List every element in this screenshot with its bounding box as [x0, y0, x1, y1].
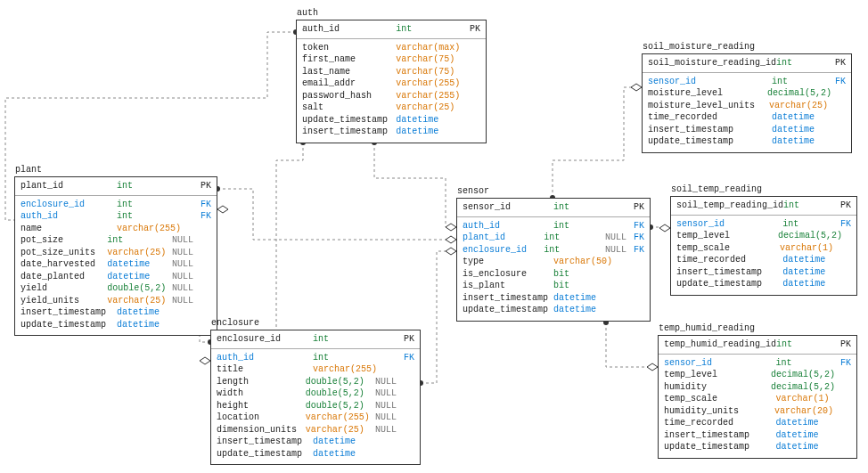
column-type: int	[776, 338, 833, 351]
column-type: datetime	[117, 319, 183, 331]
table-row: lengthdouble(5,2)NULL	[217, 376, 414, 388]
table-sensor: sensorsensor_idintPKauth_idintFKplant_id…	[456, 198, 651, 322]
column-name: soil_moisture_reading_id	[648, 57, 776, 69]
column-name: enclosure_id	[20, 199, 117, 211]
table-row: insert_timestampdatetime	[676, 266, 851, 279]
table-temp_humid_reading: temp_humid_readingtemp_humid_reading_idi…	[658, 335, 857, 459]
svg-marker-15	[659, 224, 670, 232]
column-nullable: NULL	[167, 295, 193, 307]
column-type: varchar(25)	[396, 102, 463, 114]
table-row: is_plantbit	[463, 280, 644, 292]
table-row: insert_timestampdatetime	[463, 292, 644, 305]
table-row: password_hashvarchar(255)	[302, 90, 480, 102]
column-name: temp_level	[664, 369, 771, 381]
column-name: salt	[302, 102, 396, 114]
table-row: update_timestampdatetime	[676, 278, 851, 290]
column-type: datetime	[396, 114, 463, 126]
column-name: enclosure_id	[463, 244, 544, 257]
column-name: insert_timestamp	[648, 124, 772, 136]
column-type: double(5,2)	[306, 376, 370, 388]
column-nullable: NULL	[370, 424, 397, 436]
column-type: int	[775, 357, 833, 370]
column-name: token	[302, 42, 396, 54]
table-row: temp_scalevarchar(1)	[664, 393, 851, 405]
table-row: insert_timestampdatetime	[664, 429, 851, 442]
table-row: date_planteddatetimeNULL	[20, 271, 211, 283]
column-name: plant_id	[20, 180, 117, 192]
table-row: plant_idintNULLFK	[463, 232, 644, 244]
table-title: enclosure	[211, 318, 259, 328]
column-name: date_planted	[20, 271, 107, 283]
column-type: int	[544, 232, 600, 244]
table-row: saltvarchar(25)	[302, 102, 480, 114]
table-body: sensor_idintFKtemp_leveldecimal(5,2)temp…	[671, 216, 856, 295]
column-type: decimal(5,2)	[778, 230, 833, 242]
column-type: int	[313, 352, 382, 364]
column-type: double(5,2)	[107, 282, 167, 295]
table-body: tokenvarchar(max)first_namevarchar(75)la…	[297, 39, 486, 143]
column-name: humidity	[664, 381, 771, 394]
column-name: update_timestamp	[20, 319, 117, 331]
pk-row: auth_idintPK	[297, 20, 486, 39]
column-type: decimal(5,2)	[767, 87, 828, 100]
column-type: datetime	[553, 304, 616, 316]
column-type: int	[782, 218, 833, 231]
column-name: email_addr	[302, 77, 396, 90]
table-title: sensor	[457, 186, 489, 196]
column-type: decimal(5,2)	[771, 381, 833, 394]
table-auth: authauth_idintPKtokenvarchar(max)first_n…	[296, 20, 487, 143]
column-type: int	[117, 210, 183, 223]
column-key: FK	[626, 244, 644, 257]
pk-row: sensor_idintPK	[457, 199, 650, 217]
column-name: yield_units	[20, 295, 107, 307]
column-name: moisture_level_units	[648, 100, 769, 112]
table-row: temp_scalevarchar(1)	[676, 242, 851, 255]
column-name: moisture_level	[648, 87, 767, 100]
column-type: int	[117, 180, 183, 192]
column-type: varchar(255)	[396, 90, 463, 102]
table-title: soil_temp_reading	[671, 184, 762, 194]
column-type: varchar(255)	[396, 77, 463, 90]
column-name: insert_timestamp	[664, 429, 775, 442]
table-row: update_timestampdatetime	[302, 114, 480, 126]
column-name: pot_size	[20, 234, 107, 247]
column-type: varchar(25)	[769, 100, 828, 112]
table-row: enclosure_idintFK	[20, 199, 211, 211]
column-type: int	[313, 333, 382, 346]
column-type: datetime	[775, 417, 833, 429]
column-key: FK	[183, 210, 211, 223]
column-name: update_timestamp	[648, 135, 772, 148]
column-name: update_timestamp	[664, 441, 775, 453]
column-nullable: NULL	[600, 244, 626, 257]
column-type: varchar(255)	[306, 412, 370, 424]
column-name: temp_humid_reading_id	[664, 338, 776, 351]
table-row: typevarchar(50)	[463, 256, 644, 268]
table-row: time_recordeddatetime	[648, 111, 846, 124]
table-soil_temp_reading: soil_temp_readingsoil_temp_reading_idint…	[670, 196, 857, 296]
column-name: humidity_units	[664, 405, 774, 418]
column-type: datetime	[782, 266, 833, 279]
table-row: time_recordeddatetime	[676, 254, 851, 266]
table-row: titlevarchar(255)	[217, 363, 414, 376]
column-key: PK	[833, 200, 851, 212]
column-name: time_recorded	[676, 254, 782, 266]
svg-marker-3	[200, 357, 210, 364]
column-key: FK	[833, 357, 851, 370]
pk-row: plant_idintPK	[15, 177, 217, 196]
column-name: temp_scale	[664, 393, 775, 405]
column-key: PK	[183, 180, 211, 192]
table-row: update_timestampdatetime	[664, 441, 851, 453]
column-name: update_timestamp	[302, 114, 396, 126]
column-name: length	[217, 376, 306, 388]
table-row: update_timestampdatetime	[648, 135, 846, 148]
table-title: temp_humid_reading	[659, 323, 755, 333]
column-name: update_timestamp	[217, 448, 313, 461]
column-name: last_name	[302, 66, 396, 78]
column-type: varchar(25)	[306, 424, 370, 436]
column-type: datetime	[117, 306, 183, 319]
column-nullable: NULL	[167, 247, 193, 259]
table-row: time_recordeddatetime	[664, 417, 851, 429]
column-type: datetime	[775, 429, 833, 442]
column-name: date_harvested	[20, 258, 107, 271]
table-row: insert_timestampdatetime	[20, 306, 211, 319]
